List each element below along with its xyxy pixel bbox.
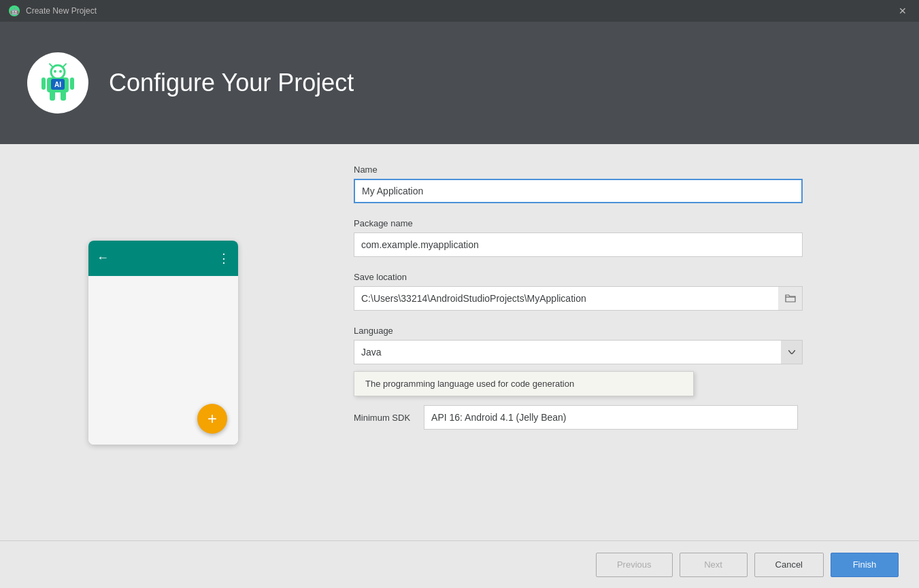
phone-back-icon: ←	[97, 251, 109, 265]
svg-rect-9	[70, 77, 74, 90]
svg-text:🤖: 🤖	[10, 7, 19, 16]
finish-button[interactable]: Finish	[831, 553, 899, 577]
language-label: Language	[354, 326, 892, 336]
minimum-sdk-form-group: Minimum SDK	[354, 405, 892, 430]
svg-point-2	[51, 65, 65, 79]
next-button[interactable]: Next	[680, 553, 748, 577]
title-bar: 🤖 Create New Project ✕	[0, 0, 919, 22]
tooltip-text: The programming language used for code g…	[365, 379, 574, 389]
header: AI Configure Your Project	[0, 22, 919, 144]
right-panel: Name Package name Save location	[327, 144, 919, 540]
left-panel: ← ⋮ +	[0, 144, 327, 540]
name-label: Name	[354, 165, 892, 175]
cancel-button[interactable]: Cancel	[754, 553, 824, 577]
phone-menu-icon: ⋮	[218, 251, 230, 266]
phone-body: +	[88, 276, 238, 445]
svg-line-4	[63, 64, 66, 67]
language-tooltip: The programming language used for code g…	[354, 371, 694, 396]
phone-mockup: ← ⋮ +	[88, 241, 238, 445]
footer: Previous Next Cancel Finish	[0, 540, 919, 588]
minimum-sdk-wrapper	[424, 405, 892, 430]
language-select[interactable]: Java Kotlin	[354, 340, 803, 364]
language-form-group: Language Java Kotlin The programming lan…	[354, 326, 892, 364]
header-logo: AI	[27, 52, 88, 114]
minimum-sdk-input[interactable]	[424, 405, 798, 430]
svg-rect-8	[41, 77, 46, 90]
folder-icon	[785, 294, 796, 303]
android-studio-icon: 🤖	[8, 5, 20, 17]
save-location-form-group: Save location	[354, 272, 892, 311]
minimum-sdk-label: Minimum SDK	[354, 413, 410, 423]
svg-rect-10	[50, 91, 55, 101]
svg-point-6	[59, 70, 62, 73]
svg-line-3	[50, 64, 52, 67]
svg-text:AI: AI	[54, 81, 61, 88]
package-label: Package name	[354, 218, 892, 228]
package-input[interactable]	[354, 232, 803, 257]
svg-point-5	[54, 70, 56, 73]
folder-browse-button[interactable]	[778, 286, 803, 311]
name-input[interactable]	[354, 179, 803, 203]
previous-button[interactable]: Previous	[596, 553, 673, 577]
name-form-group: Name	[354, 165, 892, 203]
svg-rect-11	[61, 91, 66, 101]
save-location-input[interactable]	[354, 286, 778, 311]
title-bar-left: 🤖 Create New Project	[8, 5, 97, 17]
language-select-wrapper: Java Kotlin	[354, 340, 803, 364]
main-content: ← ⋮ + Name Package name Save location	[0, 144, 919, 540]
close-button[interactable]: ✕	[895, 4, 911, 18]
title-bar-text: Create New Project	[26, 6, 97, 16]
save-location-field-wrapper	[354, 286, 803, 311]
phone-toolbar: ← ⋮	[88, 241, 238, 276]
package-form-group: Package name	[354, 218, 892, 257]
phone-fab-button: +	[197, 404, 227, 434]
android-studio-logo-icon: AI	[37, 63, 78, 103]
save-location-label: Save location	[354, 272, 892, 282]
header-title: Configure Your Project	[109, 69, 354, 97]
